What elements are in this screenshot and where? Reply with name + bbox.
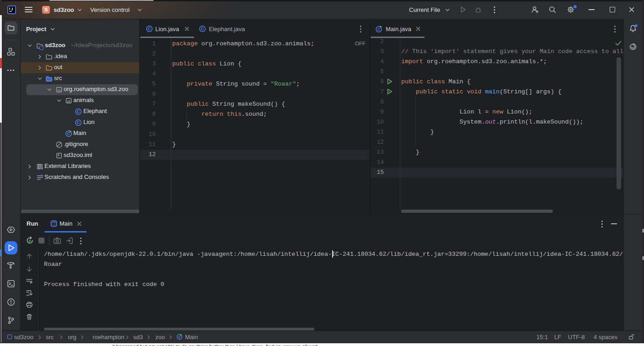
svg-text:C: C bbox=[148, 26, 151, 31]
svg-text:C: C bbox=[377, 27, 380, 32]
svg-text:C: C bbox=[77, 109, 80, 114]
svg-text:C: C bbox=[77, 120, 80, 125]
svg-text:C: C bbox=[201, 26, 204, 31]
